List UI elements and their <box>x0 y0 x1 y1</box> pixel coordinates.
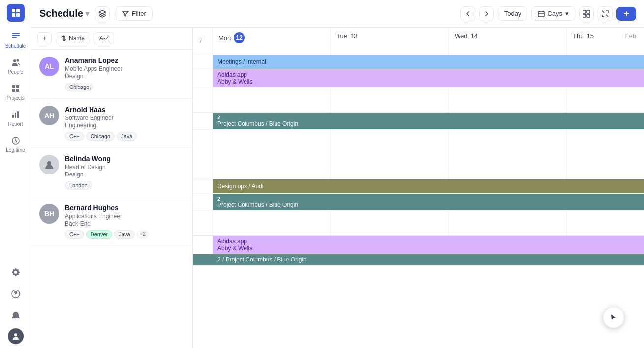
cell-belinda-wed[interactable] <box>449 211 567 235</box>
date-thu: 15 <box>586 32 593 40</box>
main-content: Schedule ▾ Filter <box>31 0 644 348</box>
filter-button[interactable]: Filter <box>116 6 153 21</box>
adidas-subtitle-1: Abby & Wells <box>217 78 639 85</box>
tag-london: London <box>65 181 92 190</box>
person-role-anamaria: Mobile Apps Engineer <box>65 65 184 72</box>
svg-rect-1 <box>16 9 20 12</box>
row-indent <box>193 113 213 129</box>
event-meetings-bar[interactable]: Meetings / Internal <box>213 55 644 69</box>
schedule-row-bernard: Adidas app Abby & Wells 2 / Project Colu… <box>193 236 644 266</box>
event-designops-bar[interactable]: Design ops / Audi <box>213 179 644 193</box>
svg-rect-14 <box>15 113 16 118</box>
svg-point-18 <box>15 296 16 297</box>
date-tue: 13 <box>350 32 357 40</box>
person-tags-anamaria: Chicago <box>65 83 184 91</box>
day-thu: Thu <box>573 32 583 40</box>
cursor-button[interactable] <box>603 307 624 328</box>
cell-anamaria-mon[interactable] <box>213 87 331 112</box>
layers-button[interactable] <box>95 6 110 21</box>
event-columbus-bar-belinda[interactable]: 2 Project Columbus / Blue Origin <box>213 194 644 210</box>
svg-rect-9 <box>12 85 15 88</box>
tag-cpp-arnold: C++ <box>65 132 84 141</box>
tag-chicago-arnold: Chicago <box>86 132 115 141</box>
sidebar-item-report[interactable]: Report <box>2 106 30 130</box>
sort-name-button[interactable]: Name <box>56 32 90 44</box>
person-tags-bernard: C++ Denver Java +2 <box>65 230 184 239</box>
page-title: Schedule <box>39 8 83 19</box>
cell-anamaria-thu[interactable] <box>567 87 644 112</box>
designops-event[interactable]: Design ops / Audi <box>213 179 644 193</box>
cell-arnold-mon[interactable] <box>213 130 331 154</box>
columbus-event-belinda[interactable]: 2 Project Columbus / Blue Origin <box>213 194 644 210</box>
person-info-belinda: Belinda Wong Head of Design Design Londo… <box>65 155 184 190</box>
add-person-button[interactable]: + <box>37 32 52 44</box>
add-button[interactable] <box>616 7 636 21</box>
meetings-internal-event[interactable]: Meetings / Internal <box>213 55 644 69</box>
person-card-bernard: BH Bernard Hughes Applications Engineer … <box>31 197 192 246</box>
people-panel: + Name A-Z AL Anama <box>31 28 193 348</box>
event-adidas-bar[interactable]: Adidas app Abby & Wells <box>213 69 644 87</box>
person-name-belinda: Belinda Wong <box>65 155 184 163</box>
report-icon <box>10 109 22 120</box>
projects-icon <box>10 83 22 94</box>
event-row-columbus-belinda: 2 Project Columbus / Blue Origin <box>193 194 644 211</box>
grid-view-button[interactable] <box>579 6 594 21</box>
adidas-event-1[interactable]: Adidas app Abby & Wells <box>213 69 644 87</box>
event-adidas-bar-bernard[interactable]: Adidas app Abby & Wells <box>213 236 644 254</box>
columbus-title-belinda: Project Columbus / Blue Origin <box>217 202 639 208</box>
gear-icon <box>10 266 22 278</box>
sidebar-item-people[interactable]: People <box>2 54 30 78</box>
person-card-arnold: AH Arnold Haas Software Engineer Enginee… <box>31 99 192 148</box>
sidebar-schedule-label: Schedule <box>5 43 26 49</box>
sidebar-item-notifications[interactable] <box>2 307 30 324</box>
event-columbus-bar-1[interactable]: 2 Project Columbus / Blue Origin <box>213 113 644 129</box>
today-button[interactable]: Today <box>498 6 528 21</box>
person-dept-bernard: Back-End <box>65 220 184 227</box>
user-avatar[interactable] <box>8 328 24 344</box>
date-col-mon: Mon 12 <box>213 28 331 55</box>
logtime-icon <box>10 135 22 146</box>
cell-belinda-mon[interactable] <box>213 211 331 235</box>
person-name-bernard: Bernard Hughes <box>65 204 184 212</box>
event-row-columbus-bernard[interactable]: 2 / Project Columbus / Blue Origin <box>193 254 644 265</box>
avatar-arnold: AH <box>39 106 59 125</box>
date-wed: 14 <box>471 32 478 40</box>
days-button[interactable]: Days ▾ <box>531 6 575 21</box>
person-name-arnold: Arnold Haas <box>65 106 184 114</box>
svg-rect-12 <box>16 89 19 92</box>
tag-chicago: Chicago <box>65 83 93 91</box>
person-role-bernard: Applications Engineer <box>65 213 184 220</box>
content-area: + Name A-Z AL Anama <box>31 28 644 348</box>
svg-rect-15 <box>17 111 19 118</box>
adidas-event-bernard[interactable]: Adidas app Abby & Wells <box>213 236 644 254</box>
prev-button[interactable] <box>460 6 475 21</box>
person-info-bernard: Bernard Hughes Applications Engineer Bac… <box>65 204 184 239</box>
sidebar-item-schedule[interactable]: Schedule <box>2 28 30 52</box>
cell-anamaria-tue[interactable] <box>331 87 449 112</box>
sidebar-item-logtime[interactable]: Log time <box>2 132 30 156</box>
event-row-columbus-1: 2 Project Columbus / Blue Origin <box>193 113 644 130</box>
columbus-event-1[interactable]: 2 Project Columbus / Blue Origin <box>213 113 644 129</box>
day-wed: Wed <box>455 32 468 40</box>
sidebar-item-help[interactable] <box>2 285 30 303</box>
row-indent <box>193 194 213 210</box>
event-row-adidas-bernard: Adidas app Abby & Wells <box>193 236 644 254</box>
cell-arnold-wed[interactable] <box>449 130 567 154</box>
next-button[interactable] <box>479 6 494 21</box>
days-chevron: ▾ <box>565 10 569 17</box>
order-button[interactable]: A-Z <box>94 32 114 44</box>
cell-belinda-thu[interactable] <box>567 211 644 235</box>
sidebar-item-projects[interactable]: Projects <box>2 80 30 104</box>
sidebar-item-settings[interactable] <box>2 263 30 281</box>
cell-anamaria-wed[interactable] <box>449 87 567 112</box>
person-tags-belinda: London <box>65 181 184 190</box>
expand-button[interactable] <box>598 6 613 21</box>
cell-arnold-thu[interactable] <box>567 130 644 154</box>
sidebar-people-label: People <box>8 69 23 75</box>
cell-arnold-tue[interactable] <box>331 130 449 154</box>
date-badge-mon: 12 <box>234 32 245 43</box>
app-logo[interactable] <box>7 4 25 22</box>
svg-rect-23 <box>583 14 586 17</box>
cell-belinda-tue[interactable] <box>331 211 449 235</box>
empty-row-arnold-2 <box>193 154 644 179</box>
